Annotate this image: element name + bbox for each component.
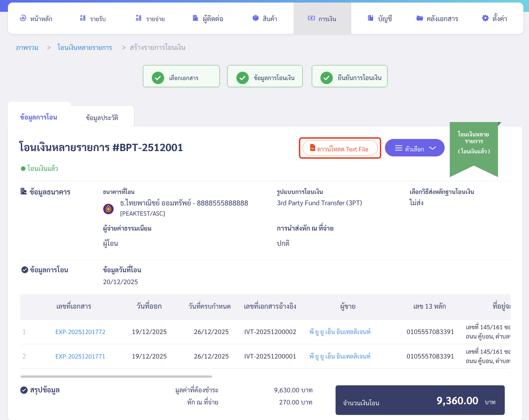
svg-text:TXT: TXT bbox=[311, 147, 314, 149]
